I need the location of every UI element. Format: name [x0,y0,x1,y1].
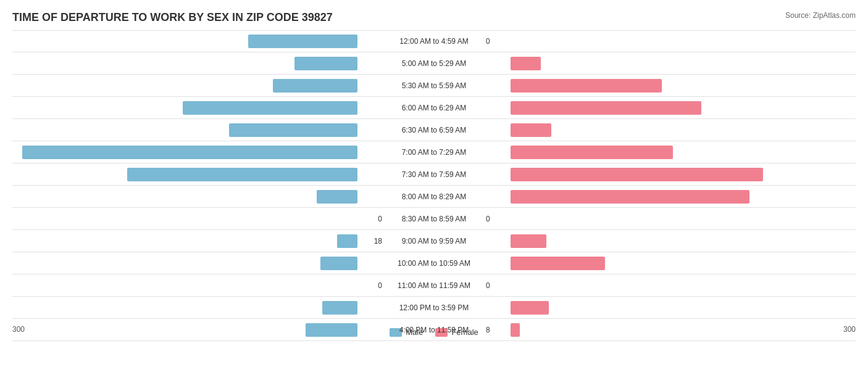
bar-male [183,101,357,115]
bar-male [22,146,357,159]
female-value: 0 [486,37,511,46]
left-section: 31 [12,297,385,318]
male-value: 33 [357,259,382,268]
right-section: 8 [483,319,856,340]
bar-female [511,190,749,204]
female-value: 169 [486,104,511,112]
female-value: 212 [486,192,511,201]
left-section: 0 [12,208,385,229]
bar-female [511,323,520,337]
bar-male [273,79,357,93]
left-section: 18 [12,230,385,252]
male-value: 36 [357,192,382,201]
chart-row: 1556:00 AM to 6:29 AM169 [12,97,856,119]
right-section: 0 [483,274,856,296]
chart-row: 3310:00 AM to 10:59 AM84 [12,252,856,274]
male-value: 297 [357,148,382,157]
left-section: 56 [12,52,385,74]
bar-female [511,79,662,93]
bar-male [337,234,357,248]
male-value: 18 [357,237,382,245]
chart-row: 1146:30 AM to 6:59 AM36 [12,119,856,141]
bar-male [320,257,357,270]
chart-row: 464:00 PM to 11:59 PM8 [12,319,856,341]
time-label: 12:00 PM to 3:59 PM [385,303,483,312]
chart-container: TIME OF DEPARTURE TO WORK BY SEX IN ZIP … [0,0,868,367]
female-value: 8 [486,326,511,334]
chart-title: TIME OF DEPARTURE TO WORK BY SEX IN ZIP … [12,11,856,24]
bar-male [294,57,357,70]
time-label: 8:30 AM to 8:59 AM [385,215,483,223]
bar-female [511,168,763,181]
right-section: 0 [483,31,856,52]
chart-row: 08:30 AM to 8:59 AM0 [12,208,856,230]
male-value: 97 [357,37,382,46]
bar-female [511,123,551,137]
bar-female [511,301,549,315]
time-label: 11:00 AM to 11:59 AM [385,281,483,290]
time-label: 5:30 AM to 5:59 AM [385,81,483,90]
chart-row: 755:30 AM to 5:59 AM134 [12,75,856,97]
chart-area: 9712:00 AM to 4:59 AM0565:00 AM to 5:29 … [12,30,856,321]
right-section: 84 [483,252,856,274]
male-value: 56 [357,59,382,68]
bar-female [511,257,605,270]
left-section: 114 [12,119,385,141]
male-value: 0 [357,215,382,223]
right-section: 212 [483,186,856,207]
female-value: 27 [486,59,511,68]
bar-female [511,101,701,115]
female-value: 0 [486,215,511,223]
bar-male [248,35,357,48]
bar-male [306,323,357,337]
chart-row: 189:00 AM to 9:59 AM32 [12,230,856,252]
female-value: 144 [486,148,511,157]
time-label: 9:00 AM to 9:59 AM [385,237,483,245]
female-value: 32 [486,237,511,245]
female-value: 36 [486,126,511,134]
left-section: 0 [12,274,385,296]
time-label: 6:30 AM to 6:59 AM [385,126,483,134]
bar-female [511,234,546,248]
left-section: 36 [12,186,385,207]
time-label: 7:30 AM to 7:59 AM [385,170,483,179]
bar-female [511,146,673,159]
chart-row: 3112:00 PM to 3:59 PM34 [12,297,856,319]
left-section: 46 [12,319,385,340]
time-label: 10:00 AM to 10:59 AM [385,259,483,268]
male-value: 155 [357,104,382,112]
left-section: 75 [12,75,385,96]
right-section: 134 [483,75,856,96]
time-label: 8:00 AM to 8:29 AM [385,192,483,201]
time-label: 7:00 AM to 7:29 AM [385,148,483,157]
time-label: 4:00 PM to 11:59 PM [385,326,483,334]
male-value: 204 [357,170,382,179]
male-value: 0 [357,281,382,290]
chart-row: 011:00 AM to 11:59 AM0 [12,274,856,297]
female-value: 134 [486,81,511,90]
chart-row: 9712:00 AM to 4:59 AM0 [12,30,856,52]
male-value: 114 [357,126,382,134]
bar-male [317,190,357,204]
female-value: 224 [486,170,511,179]
female-value: 34 [486,303,511,312]
chart-row: 2977:00 AM to 7:29 AM144 [12,141,856,163]
male-value: 46 [357,326,382,334]
source-label: Source: ZipAtlas.com [785,11,856,20]
bar-male [127,168,357,181]
right-section: 144 [483,141,856,163]
time-label: 5:00 AM to 5:29 AM [385,59,483,68]
time-label: 12:00 AM to 4:59 AM [385,37,483,46]
female-value: 84 [486,259,511,268]
chart-row: 368:00 AM to 8:29 AM212 [12,186,856,208]
male-value: 31 [357,303,382,312]
right-section: 0 [483,208,856,229]
right-section: 224 [483,163,856,185]
chart-row: 2047:30 AM to 7:59 AM224 [12,163,856,186]
bar-female [511,57,541,70]
right-section: 27 [483,52,856,74]
time-label: 6:00 AM to 6:29 AM [385,104,483,112]
left-section: 97 [12,31,385,52]
bar-male [322,301,357,315]
right-section: 169 [483,97,856,118]
